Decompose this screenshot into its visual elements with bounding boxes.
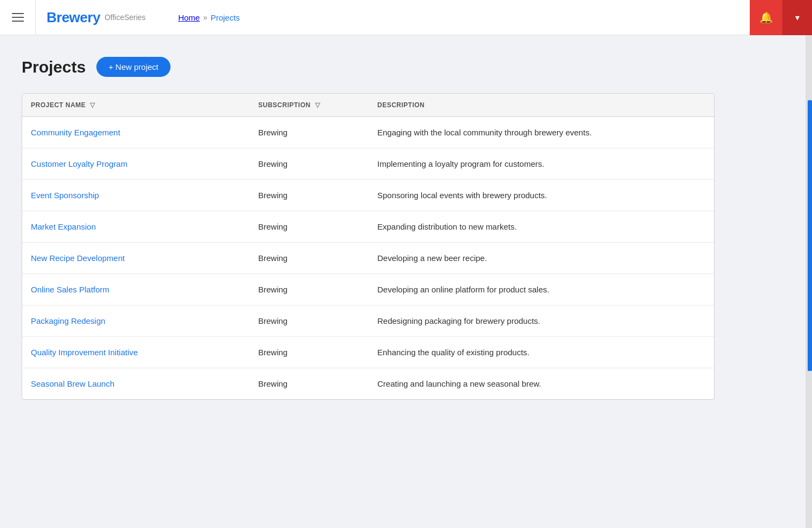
table-row: Seasonal Brew LaunchBrewingCreating and … [22, 368, 714, 400]
chevron-down-icon: ▾ [795, 12, 800, 23]
column-header-subscription: SUBSCRIPTION ▽ [250, 94, 369, 117]
scrollbar-thumb[interactable] [808, 100, 812, 371]
cell-description: Engaging with the local community throug… [369, 117, 714, 148]
project-link[interactable]: Market Expansion [31, 222, 96, 231]
project-link[interactable]: Quality Improvement Initiative [31, 348, 138, 357]
bell-icon: 🔔 [759, 11, 773, 24]
project-link[interactable]: New Recipe Development [31, 253, 125, 263]
table-header-row: PROJECT NAME ▽ SUBSCRIPTION ▽ DESCRIPTIO… [22, 94, 714, 117]
logo-series: OfficeSeries [104, 13, 146, 22]
cell-subscription: Brewing [250, 148, 369, 180]
table-row: Community EngagementBrewingEngaging with… [22, 117, 714, 148]
cell-subscription: Brewing [250, 117, 369, 148]
cell-project-name: Seasonal Brew Launch [22, 368, 250, 400]
cell-subscription: Brewing [250, 211, 369, 243]
table-row: New Recipe DevelopmentBrewingDeveloping … [22, 243, 714, 274]
breadcrumb-home[interactable]: Home [178, 13, 200, 22]
cell-description: Implementing a loyalty program for custo… [369, 148, 714, 180]
cell-subscription: Brewing [250, 337, 369, 368]
project-link[interactable]: Customer Loyalty Program [31, 159, 127, 168]
cell-project-name: Event Sponsorship [22, 180, 250, 211]
cell-description: Redesigning packaging for brewery produc… [369, 305, 714, 337]
filter-icon-name[interactable]: ▽ [90, 101, 95, 109]
cell-project-name: Packaging Redesign [22, 305, 250, 337]
breadcrumb: Home » Projects [178, 13, 240, 22]
cell-project-name: Market Expansion [22, 211, 250, 243]
breadcrumb-separator: » [203, 13, 207, 22]
scrollbar-track [806, 35, 812, 528]
header-actions: 🔔 ▾ [750, 0, 812, 35]
cell-project-name: Quality Improvement Initiative [22, 337, 250, 368]
notification-button[interactable]: 🔔 [750, 0, 782, 35]
projects-table-container: PROJECT NAME ▽ SUBSCRIPTION ▽ DESCRIPTIO… [22, 93, 715, 400]
project-link[interactable]: Seasonal Brew Launch [31, 379, 114, 388]
main-content: Projects + New project PROJECT NAME ▽ SU… [0, 35, 812, 421]
page-title: Projects [22, 58, 86, 76]
project-link[interactable]: Packaging Redesign [31, 316, 106, 325]
cell-description: Developing an online platform for produc… [369, 274, 714, 305]
cell-project-name: Community Engagement [22, 117, 250, 148]
hamburger-icon [12, 13, 24, 22]
logo-area: Brewery OfficeSeries [35, 0, 156, 35]
cell-description: Creating and launching a new seasonal br… [369, 368, 714, 400]
cell-description: Sponsoring local events with brewery pro… [369, 180, 714, 211]
cell-subscription: Brewing [250, 274, 369, 305]
hamburger-menu[interactable] [0, 0, 35, 35]
cell-project-name: Online Sales Platform [22, 274, 250, 305]
filter-icon-subscription[interactable]: ▽ [315, 101, 320, 109]
project-link[interactable]: Community Engagement [31, 128, 120, 137]
cell-description: Developing a new beer recipe. [369, 243, 714, 274]
cell-subscription: Brewing [250, 305, 369, 337]
table-row: Market ExpansionBrewingExpanding distrib… [22, 211, 714, 243]
cell-description: Expanding distribution to new markets. [369, 211, 714, 243]
cell-subscription: Brewing [250, 243, 369, 274]
page-header: Projects + New project [22, 57, 790, 77]
cell-project-name: New Recipe Development [22, 243, 250, 274]
dropdown-button[interactable]: ▾ [782, 0, 812, 35]
new-project-button[interactable]: + New project [96, 57, 170, 77]
cell-subscription: Brewing [250, 368, 369, 400]
column-header-description: DESCRIPTION [369, 94, 714, 117]
table-row: Quality Improvement InitiativeBrewingEnh… [22, 337, 714, 368]
table-row: Packaging RedesignBrewingRedesigning pac… [22, 305, 714, 337]
cell-project-name: Customer Loyalty Program [22, 148, 250, 180]
breadcrumb-current: Projects [211, 13, 240, 22]
table-row: Customer Loyalty ProgramBrewingImplement… [22, 148, 714, 180]
table-row: Online Sales PlatformBrewingDeveloping a… [22, 274, 714, 305]
column-header-name: PROJECT NAME ▽ [22, 94, 250, 117]
table-row: Event SponsorshipBrewingSponsoring local… [22, 180, 714, 211]
header: Brewery OfficeSeries Home » Projects 🔔 ▾ [0, 0, 812, 35]
cell-subscription: Brewing [250, 180, 369, 211]
project-link[interactable]: Event Sponsorship [31, 191, 99, 200]
cell-description: Enhancing the quality of existing produc… [369, 337, 714, 368]
logo-brewery: Brewery [47, 9, 100, 26]
project-link[interactable]: Online Sales Platform [31, 285, 109, 294]
projects-table: PROJECT NAME ▽ SUBSCRIPTION ▽ DESCRIPTIO… [22, 94, 714, 399]
